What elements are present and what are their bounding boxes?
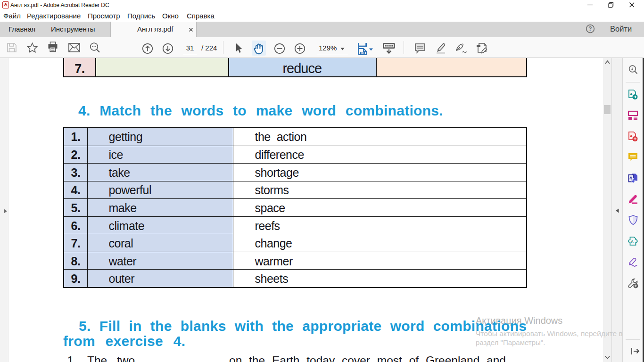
svg-text:A: A	[630, 92, 633, 96]
svg-text:A: A	[631, 239, 634, 244]
svg-text:A: A	[630, 134, 633, 138]
svg-text:?: ?	[588, 25, 592, 32]
